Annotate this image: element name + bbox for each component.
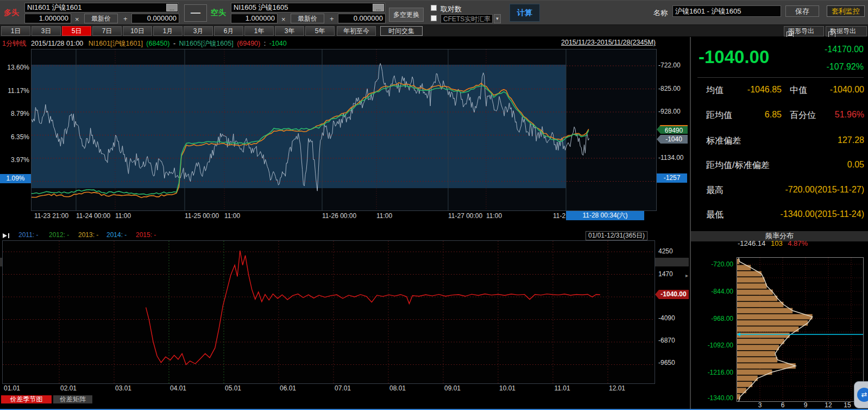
stat-value: 127.28 (745, 135, 864, 145)
x-axis-label: 11-25 00:00 (185, 212, 219, 220)
save-button[interactable]: 保存 (785, 5, 819, 17)
leg2-price-type-button[interactable]: 最新价 (291, 14, 324, 23)
histogram-y-label: -720.00 (690, 260, 733, 268)
x-axis-label: 11:00 (115, 212, 131, 220)
top-toolbar: 多头 NI1601 沪镍1601 ... 1.000000 × 最新价 + 0.… (0, 1, 868, 25)
right-axis-label: -928.00 (658, 108, 689, 115)
stat-label: 均值 (706, 85, 724, 96)
log-checkbox[interactable] (431, 5, 437, 11)
right-axis-label: -825.00 (658, 85, 689, 92)
calculate-button[interactable]: 计算 (510, 4, 540, 22)
seasonal-axis-label: 1470 (658, 270, 688, 278)
leg2-more-button[interactable]: ... (373, 4, 384, 11)
leg-price-badge: 69490 (657, 125, 688, 134)
cursor-timestamp: 2015/11/28 01:00 (31, 40, 83, 47)
remote-overlay-icon[interactable]: ⇄ (854, 381, 868, 408)
left-axis-label: 6.35% (0, 133, 29, 141)
seasonal-chart-plot[interactable] (3, 241, 655, 383)
left-axis-label: 13.60% (0, 64, 29, 71)
stat-label: 最高 (706, 185, 724, 196)
period-tab-1日[interactable]: 1日 (1, 26, 30, 36)
swap-long-short-button[interactable]: 多空更换 (389, 8, 424, 22)
hover-bin-value: -1246.14 (738, 239, 765, 247)
bottom-tab-价差矩阵[interactable]: 价差矩阵 (53, 395, 92, 403)
period-tab-年初至今[interactable]: 年初至今 (337, 26, 376, 36)
leg1-more-button[interactable]: ... (166, 4, 178, 11)
x-axis-label: 11-27 00:00 (448, 212, 482, 220)
period-tab-10日[interactable]: 10日 (123, 26, 152, 36)
histogram-x-label: 15 (841, 401, 853, 409)
change-value: -14170.00 (756, 45, 864, 54)
date-range-link[interactable]: 2015/11/23-2015/11/28(2345M) (547, 39, 656, 46)
leg1-offset-input[interactable]: 0.000000 (131, 14, 179, 23)
leg2-plus-label: + (330, 15, 334, 23)
stat-value: -720.00(2015-11-27) (745, 185, 864, 195)
right-axis-highlight: -1257 (657, 173, 687, 183)
leg1-plus-label: + (123, 15, 128, 23)
stat-label: 标准偏差 (706, 135, 741, 147)
histogram-y-label: -1340.00 (690, 394, 733, 402)
left-axis-label: 11.17% (0, 87, 29, 95)
spread-operator-button[interactable]: — (184, 4, 207, 22)
fx-rate-dropdown[interactable]: CFETS实时汇率 (441, 14, 493, 23)
period-tab-1月[interactable]: 1月 (153, 26, 183, 36)
leg2-multiplier-input[interactable]: 1.000000 (231, 14, 278, 23)
histogram-x-label: 12 (822, 401, 834, 409)
leg2-name-label: NI1605[沪镍1605] (179, 40, 234, 47)
left-axis-label: 3.97% (0, 156, 29, 164)
bottom-tab-bar: 价差季节图价差矩阵 (0, 395, 689, 403)
long-side-label: 多头 (4, 8, 19, 18)
seasonal-x-label: 09.01 (443, 384, 462, 392)
leg2-offset-input[interactable]: 0.000000 (338, 14, 386, 23)
x-axis-label: 11-26 00:00 (322, 212, 356, 220)
fx-checkbox[interactable] (431, 15, 437, 21)
histogram-x-label: 9 (800, 401, 812, 409)
x-axis-label: 11:00 (224, 212, 240, 220)
period-tab-5日[interactable]: 5日 (62, 26, 91, 36)
seasonal-x-label: 10.01 (498, 384, 517, 392)
period-tab-3年[interactable]: 3年 (275, 26, 304, 36)
stat-value: 51.96% (816, 110, 864, 120)
period-tab-3月[interactable]: 3月 (184, 26, 213, 36)
arbitrage-terminal-window: 多头 NI1601 沪镍1601 ... 1.000000 × 最新价 + 0.… (0, 0, 868, 410)
histogram-x-label: 3 (754, 401, 766, 409)
spread-chart-plot[interactable] (32, 49, 656, 210)
leg1-multiplier-input[interactable]: 1.000000 (24, 14, 71, 23)
leg1-symbol-input[interactable]: NI1601 沪镍1601 (24, 3, 179, 13)
x-axis-label: 11-24 00:00 (76, 212, 110, 220)
short-side-label: 空头 (211, 8, 226, 18)
panel-splitter-handle[interactable]: ▸ (685, 270, 690, 282)
period-tab-5年[interactable]: 5年 (305, 26, 335, 36)
leg2-symbol-input[interactable]: NI1605 沪镍1605 (231, 3, 385, 13)
bottom-tab-价差季节图[interactable]: 价差季节图 (1, 395, 52, 403)
main-chart-header: 1分钟线 2015/11/28 01:00 NI1601[沪镍1601] (68… (2, 39, 287, 48)
period-tab-7日[interactable]: 7日 (92, 26, 122, 36)
divider (697, 77, 864, 78)
leg2-price-value: (69490) (237, 40, 260, 47)
period-tab-1年[interactable]: 1年 (244, 26, 274, 36)
time-intersect-button[interactable]: 时间交集 (380, 26, 423, 36)
spread-name-input[interactable]: 沪镍1601 - 沪镍1605 (672, 5, 781, 17)
seasonal-x-label: 01.01 (3, 384, 21, 392)
seasonal-x-label: 06.01 (279, 384, 297, 392)
legend-year-2011: 2011: - (18, 231, 38, 239)
leg2-times-label: × (281, 15, 286, 23)
leg1-price-type-button[interactable]: 最新价 (84, 14, 118, 23)
period-tab-3日[interactable]: 3日 (32, 26, 61, 36)
left-axis-highlight: 1.09% (0, 174, 31, 183)
spread-value-badge: -1040 (657, 135, 688, 144)
histogram-y-label: -1092.00 (690, 341, 733, 349)
period-tab-6月[interactable]: 6月 (214, 26, 243, 36)
change-percent: -107.92% (756, 62, 864, 72)
arbitrage-monitor-button[interactable]: 套利监控 (827, 5, 865, 17)
frequency-histogram-plot[interactable] (737, 258, 863, 401)
histogram-y-label: -968.00 (690, 315, 733, 322)
x-axis-label: 11-2 (553, 212, 565, 220)
seasonal-x-label: 02.01 (59, 384, 78, 392)
right-axis-label: -722.00 (658, 61, 689, 69)
export-chart-button[interactable]: 图形导出 (784, 26, 824, 36)
export-data-button[interactable]: 数据导出 (826, 26, 867, 36)
legend-year-2012: 2012: - (49, 231, 69, 239)
fx-dropdown-arrow-icon[interactable]: ▼ (494, 14, 501, 23)
period-tab-bar: 1日3日5日7日10日1月3月6月1年3年5年年初至今 时间交集 图形导出 数据… (0, 25, 868, 37)
